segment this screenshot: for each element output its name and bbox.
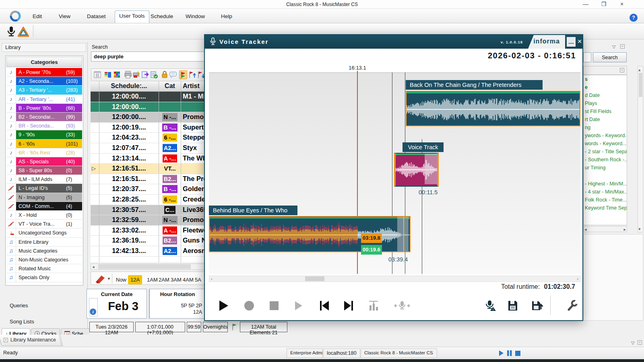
column-header-cat[interactable]: Cat bbox=[159, 81, 181, 91]
category-item[interactable]: ♫ Specials Only bbox=[6, 273, 82, 282]
schedule-row[interactable]: 12:13:14.... A -... The Who bbox=[91, 154, 206, 164]
save-button[interactable] bbox=[507, 300, 519, 312]
lock-icon[interactable] bbox=[161, 70, 169, 79]
schedule-row[interactable]: 12:28:25.... 6 -... Creede.. bbox=[91, 195, 206, 205]
dialog-close-icon[interactable]: × bbox=[576, 37, 583, 46]
category-item[interactable]: ♪ A3 - Tertiary '... (283) bbox=[6, 86, 82, 95]
schedule-row[interactable]: 12:36:19.... B2... Guns N'. bbox=[91, 236, 206, 246]
schedule-row[interactable]: 12:00:00.... N -... Promo bbox=[91, 112, 206, 123]
rule-tree-item[interactable]: - 4 star - Min/Max... bbox=[584, 188, 627, 196]
save-export-button[interactable] bbox=[531, 300, 543, 312]
waveform-next-track[interactable] bbox=[407, 94, 580, 125]
scroll-left-icon[interactable]: ◂ bbox=[584, 226, 587, 232]
rule-tree-item[interactable]: st Fill Fields bbox=[584, 107, 627, 115]
levels-button[interactable] bbox=[367, 300, 380, 312]
schedule-row[interactable]: 12:00:00.... bbox=[91, 102, 206, 113]
filter-input[interactable] bbox=[583, 52, 591, 62]
stop-button[interactable] bbox=[268, 300, 281, 312]
print-icon[interactable] bbox=[124, 70, 132, 79]
search-input[interactable] bbox=[91, 51, 205, 62]
category-item[interactable]: ♪ B - Power '80s (68) bbox=[6, 104, 82, 113]
schedule-hscrollbar[interactable]: ◂ bbox=[91, 263, 206, 270]
rule-tree-item[interactable]: words - Keyword... bbox=[584, 140, 627, 148]
rule-tree-hscrollbar[interactable]: ◂ ▸ bbox=[583, 226, 627, 232]
close-subpanel-icon[interactable]: × bbox=[620, 68, 624, 72]
rule-tree-item[interactable]: d Date bbox=[584, 91, 627, 99]
tab-close-icon[interactable]: × bbox=[4, 338, 8, 342]
bookmark-flag-icon[interactable] bbox=[94, 274, 106, 284]
menu-item[interactable]: Help bbox=[219, 12, 235, 21]
category-item[interactable]: ♪ AS - Specials (40) bbox=[6, 157, 82, 166]
document-tab[interactable]: ×Library Maintenance bbox=[0, 335, 62, 346]
legend-icon[interactable] bbox=[104, 70, 112, 79]
dialog-minimize-icon[interactable]: — bbox=[567, 37, 576, 47]
playback-status-icons[interactable] bbox=[498, 350, 525, 357]
category-item[interactable]: ♪ A - Power '70s (59) bbox=[6, 68, 82, 77]
schedule-row[interactable]: 12:33:02.... A -... Fleetwo. bbox=[91, 226, 206, 236]
scroll-thumb[interactable] bbox=[305, 276, 324, 281]
collapse-icon[interactable]: ▽ bbox=[631, 340, 634, 346]
category-item[interactable]: ♪ Uncategorized Songs bbox=[6, 228, 82, 237]
minimize-icon[interactable]: — bbox=[583, 2, 588, 7]
schedule-row[interactable]: ▷ 12:16:51.... VT... bbox=[91, 164, 206, 174]
rule-tree-item[interactable]: ywords - Keyword... bbox=[584, 132, 627, 140]
schedule-row[interactable]: 12:00:19.... B -... Supertr.. bbox=[91, 123, 206, 133]
record-button[interactable] bbox=[244, 300, 256, 312]
scroll-right-icon[interactable]: ▸ bbox=[623, 226, 626, 232]
restore-icon[interactable]: ❐ bbox=[601, 2, 607, 7]
cue-play-button[interactable] bbox=[293, 300, 305, 312]
export-schedule-icon[interactable] bbox=[141, 70, 149, 79]
scroll-up-icon[interactable]: ▴ bbox=[638, 67, 641, 72]
menu-item[interactable]: Schedule bbox=[148, 12, 175, 21]
schedule-row[interactable]: 12:20:37.... B -... Golden.. bbox=[91, 184, 206, 195]
collapse-icon[interactable]: ▽ bbox=[612, 44, 615, 49]
calendar-icon[interactable] bbox=[93, 70, 101, 79]
next-button[interactable] bbox=[343, 300, 355, 312]
category-item[interactable]: ♪ S8 - Super 80s (0) bbox=[6, 166, 82, 175]
schedule-row[interactable]: 12:04:23.... 6 -... Steppe... bbox=[91, 133, 206, 143]
categories-header[interactable]: Categories bbox=[6, 57, 82, 67]
flag-up-icon[interactable] bbox=[188, 70, 196, 79]
voice-track-block[interactable] bbox=[394, 153, 439, 187]
schedule-row[interactable]: 12:07:47.... A2... Styx bbox=[91, 143, 206, 154]
category-item[interactable]: ♫ Entire Library bbox=[6, 238, 82, 247]
scroll-thumb[interactable] bbox=[98, 264, 191, 269]
close-panel-icon[interactable]: × bbox=[620, 44, 625, 49]
help-icon[interactable]: ? bbox=[630, 14, 638, 22]
timeline-scrollbar[interactable]: ‹ › bbox=[209, 276, 580, 282]
category-item[interactable]: ♪ ILM - ILM Adds (7) bbox=[6, 175, 82, 184]
menu-item[interactable]: Dataset bbox=[85, 12, 108, 21]
scroll-left-icon[interactable]: ‹ bbox=[211, 276, 213, 282]
hour-button[interactable]: 5A bbox=[192, 275, 204, 284]
print-express-icon[interactable] bbox=[132, 70, 140, 79]
hour-button[interactable]: 12A bbox=[128, 275, 142, 284]
category-item[interactable]: ♪ BR - Seconda... (93) bbox=[6, 121, 82, 130]
next-track-block[interactable] bbox=[406, 91, 580, 126]
queries-section[interactable]: Queries bbox=[10, 302, 28, 309]
rule-tree-vscrollbar[interactable]: ▴ ▾ bbox=[638, 66, 643, 232]
schedule-row[interactable]: 12:42:13.... A2... Aerosm. bbox=[91, 246, 206, 257]
rule-tree-item[interactable]: Plays bbox=[584, 99, 627, 107]
category-item[interactable]: ♪ A2 - Seconda... (103) bbox=[6, 77, 82, 86]
column-header-schedule[interactable]: Schedule:... bbox=[99, 81, 159, 91]
previous-button[interactable] bbox=[319, 300, 331, 312]
validate-log-icon[interactable] bbox=[150, 70, 158, 79]
color-grid-icon[interactable] bbox=[113, 70, 121, 79]
category-item[interactable]: ♫ Rotated Music bbox=[6, 264, 82, 273]
category-item[interactable]: ♫ Non-Music Categories bbox=[6, 255, 82, 264]
info-icon[interactable]: i bbox=[90, 309, 96, 315]
rule-tree-item[interactable]: Folk Rock - Time... bbox=[584, 196, 627, 204]
category-item[interactable]: ♪ COM - Comm... (4) bbox=[6, 202, 82, 211]
rule-tree-item[interactable]: e bbox=[584, 83, 627, 91]
category-item[interactable]: ♪ B2 - Secondar... (99) bbox=[6, 113, 82, 121]
rule-tree-item[interactable]: - 2 star - Title Sepa... bbox=[584, 148, 627, 156]
schedule-row[interactable]: 12:30:57.... C... Live365 bbox=[91, 205, 206, 216]
category-item[interactable]: ♪ 9 - '90s (33) bbox=[6, 130, 82, 139]
menu-item[interactable]: Window bbox=[183, 12, 207, 21]
category-item[interactable]: ♫ Music Categories bbox=[6, 247, 82, 255]
settings-wrench-icon[interactable] bbox=[566, 300, 578, 312]
category-item[interactable]: ♪ VT - Voice Tra... (1) bbox=[6, 220, 82, 228]
menu-item[interactable]: User Tools bbox=[115, 10, 149, 23]
category-item[interactable]: ♪ L - Legal ID's (5) bbox=[6, 184, 82, 193]
column-header-artist[interactable]: Artist bbox=[181, 81, 206, 91]
